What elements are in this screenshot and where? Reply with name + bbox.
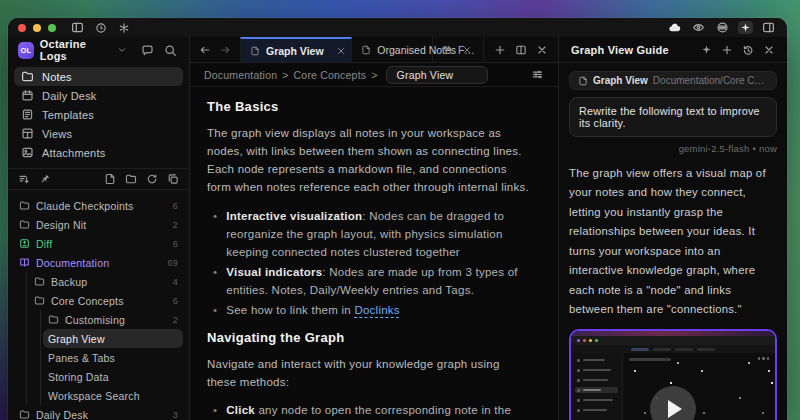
forward-arrow-icon[interactable]	[219, 44, 231, 56]
tree-item[interactable]: Customising2	[43, 310, 183, 329]
table-icon	[21, 127, 34, 140]
tune-icon[interactable]	[531, 68, 544, 81]
tree-item-graph-view[interactable]: Graph View	[43, 329, 183, 348]
section-heading: Navigating the Graph	[207, 330, 532, 345]
tab-graph-view[interactable]: Graph View Documentation	[240, 37, 352, 62]
eye-icon[interactable]	[690, 20, 707, 35]
context-chip[interactable]: Graph View Documentation/Core Concepts	[569, 71, 777, 90]
item-count: 6	[173, 201, 178, 211]
diff-icon	[19, 238, 30, 249]
document-icon	[578, 76, 588, 86]
note-content[interactable]: The Basics The graph view displays all n…	[190, 87, 558, 420]
mini-sidebar	[571, 353, 623, 420]
nav-label: Daily Desk	[42, 90, 97, 102]
folder-icon	[48, 314, 59, 325]
item-count: 69	[168, 258, 178, 268]
tree-item[interactable]: Panes & Tabs	[43, 348, 183, 367]
note-title-input[interactable]: Graph View	[386, 66, 489, 84]
breadcrumb-part[interactable]: Documentation	[204, 69, 277, 81]
calendar-icon	[442, 45, 452, 55]
vault-icon[interactable]	[714, 20, 731, 35]
sidebar-item-daily-desk[interactable]: Daily Desk	[14, 86, 183, 105]
list-item: • Interactive visualization: Nodes can b…	[213, 207, 532, 261]
new-file-icon[interactable]	[104, 173, 116, 185]
folder-icon	[34, 295, 45, 306]
tree-group: Backup4 Core Concepts6 Customising2 Grap…	[26, 272, 183, 405]
workspace-header: OL Octarine Logs	[8, 37, 189, 63]
sidebar-item-views[interactable]: Views	[14, 124, 183, 143]
ai-response-text: The graph view offers a visual map of yo…	[569, 164, 777, 319]
model-name: gemini-2.5-flash	[679, 143, 750, 154]
list-item: • Visual indicators: Nodes are made up f…	[213, 263, 532, 299]
back-arrow-icon[interactable]	[199, 44, 211, 56]
tree-item[interactable]: Core Concepts6	[29, 291, 183, 310]
clock-icon[interactable]	[93, 21, 109, 35]
new-chat-icon[interactable]	[721, 44, 733, 56]
bullet-list: • Interactive visualization: Nodes can b…	[213, 207, 532, 320]
doclinks-link[interactable]: Doclinks	[354, 304, 399, 316]
zoom-window-button[interactable]	[48, 24, 56, 32]
ai-assistant-icon[interactable]	[738, 21, 753, 34]
minimize-window-button[interactable]	[33, 24, 41, 32]
new-folder-icon[interactable]	[125, 173, 137, 185]
image-icon	[21, 146, 34, 159]
chip-path: Documentation/Core Concepts	[653, 75, 768, 86]
calendar-icon	[21, 89, 34, 102]
paragraph: Navigate and interact with your knowledg…	[207, 355, 532, 391]
new-tab-icon[interactable]	[494, 44, 506, 56]
sparkle-icon[interactable]	[116, 21, 132, 35]
chevron-down-icon[interactable]	[117, 45, 127, 55]
folder-icon	[19, 200, 30, 211]
tree-item[interactable]: Storing Data	[43, 367, 183, 386]
sort-icon[interactable]	[18, 173, 30, 185]
close-pane-icon[interactable]	[536, 44, 548, 56]
ai-panel: Graph View Guide Graph View Documentatio…	[558, 37, 787, 420]
paragraph: The graph view displays all notes in you…	[207, 124, 532, 197]
search-icon[interactable]	[162, 42, 179, 59]
tree-item[interactable]: Daily Desk3	[14, 405, 183, 420]
close-window-button[interactable]	[18, 24, 26, 32]
sidebar-item-templates[interactable]: Templates	[14, 105, 183, 124]
cloud-sync-icon[interactable]	[666, 20, 683, 35]
titlebar	[8, 18, 787, 37]
tree-item-diff[interactable]: Diff6	[14, 234, 183, 253]
sidebar-item-notes[interactable]: Notes	[14, 67, 183, 86]
history-icon[interactable]	[742, 44, 754, 56]
breadcrumb: Documentation > Core Concepts > Graph Vi…	[190, 63, 558, 87]
panel-right-toggle-icon[interactable]	[760, 20, 777, 35]
item-count: 2	[173, 220, 178, 230]
duplicate-icon[interactable]	[167, 173, 179, 185]
comments-icon[interactable]	[139, 42, 156, 59]
folder-icon	[19, 409, 30, 420]
tree-item-documentation[interactable]: Documentation69	[14, 253, 183, 272]
split-pane-icon[interactable]	[515, 44, 527, 56]
close-panel-icon[interactable]	[763, 44, 775, 56]
pin-icon[interactable]	[39, 173, 51, 185]
nav-label: Attachments	[42, 147, 105, 159]
tree-item[interactable]: Backup4	[29, 272, 183, 291]
tree-item[interactable]: Workspace Search	[43, 386, 183, 405]
breadcrumb-separator: >	[371, 69, 377, 81]
tree-item[interactable]: Claude Checkpoints6	[14, 196, 183, 215]
template-icon	[21, 108, 34, 121]
sidebar-item-attachments[interactable]: Attachments	[14, 143, 183, 162]
workspace-avatar: OL	[18, 42, 34, 59]
tab-organised-notes[interactable]: Organised Notes	[352, 37, 433, 62]
tab-friday[interactable]: Friday, D	[433, 37, 484, 62]
video-embed[interactable]	[569, 329, 777, 420]
section-heading: The Basics	[207, 99, 532, 114]
close-tab-icon[interactable]	[336, 46, 346, 56]
panel-left-toggle-icon[interactable]	[69, 20, 86, 35]
breadcrumb-separator: >	[282, 69, 288, 81]
refresh-icon[interactable]	[146, 173, 158, 185]
editor: Graph View Documentation Organised Notes…	[190, 37, 558, 420]
breadcrumb-part[interactable]: Core Concepts	[294, 69, 367, 81]
ai-sparkle-icon[interactable]	[701, 44, 712, 55]
mini-graph-view	[623, 353, 775, 420]
file-tree: Claude Checkpoints6 Design Nit2 Diff6 Do…	[8, 190, 189, 420]
workspace-name[interactable]: Octarine Logs	[40, 38, 111, 62]
item-count: 6	[173, 296, 178, 306]
list-item: • See how to link them in Doclinks	[213, 301, 532, 319]
folder-icon	[19, 219, 30, 230]
tree-item[interactable]: Design Nit2	[14, 215, 183, 234]
